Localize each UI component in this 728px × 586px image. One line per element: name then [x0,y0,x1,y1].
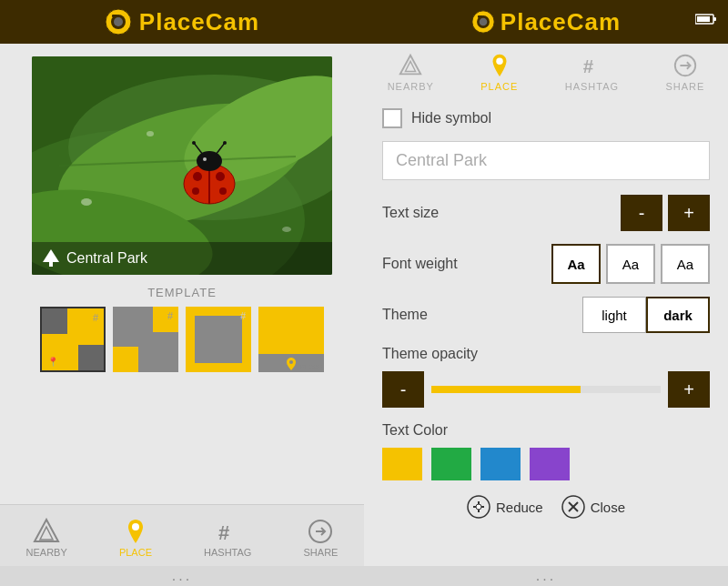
reduce-icon [467,495,490,519]
photo-label: Central Park [32,242,332,275]
nav-place-left[interactable]: PLACE [119,518,152,558]
opacity-plus-button[interactable]: + [668,371,710,408]
template-label: TEMPLATE [147,286,217,299]
template-item-3[interactable]: # [186,307,251,372]
nav-share-left[interactable]: SHARE [304,518,339,558]
svg-point-25 [282,227,291,232]
hide-symbol-row: Hide symbol [382,108,710,128]
action-row: Reduce Close [382,491,710,526]
dots-right: ... [364,566,728,586]
tab-place[interactable]: PLACE [480,53,518,92]
svg-point-37 [480,18,488,26]
svg-point-16 [216,172,225,181]
right-header-wrap: PlaceCam [364,0,728,44]
tab-share-label: SHARE [665,81,704,92]
svg-point-17 [192,187,199,195]
nearby-icon-left [33,518,60,545]
template-pin-icon-4 [287,358,296,370]
tab-nearby-label: NEARBY [388,81,434,92]
svg-rect-28 [49,262,53,267]
theme-light-button[interactable]: light [582,297,646,333]
photo-container: Central Park [32,56,332,275]
nav-nearby-left[interactable]: NEARBY [26,518,67,558]
color-swatch-purple[interactable] [530,448,570,480]
tree-icon [43,249,59,268]
tab-nearby[interactable]: NEARBY [388,53,434,92]
font-weight-row: Font weight Aa Aa Aa [382,244,710,284]
svg-point-32 [132,523,139,530]
text-size-row: Text size - + [382,195,710,231]
svg-text:#: # [218,521,229,544]
opacity-row: - + [382,371,710,408]
app-title-left: PlaceCam [139,8,259,36]
dots-left: ... [0,566,364,586]
place-icon-right [487,53,512,78]
left-header: PlaceCam [0,0,364,44]
nav-share-label-left: SHARE [304,547,339,558]
hide-symbol-checkbox[interactable] [382,108,402,128]
right-panel: PlaceCam NEARBY PLACE [364,0,728,586]
text-size-minus-button[interactable]: - [621,195,662,231]
color-swatch-yellow[interactable] [382,448,422,480]
svg-point-29 [289,360,293,364]
font-weight-label: Font weight [382,256,458,272]
template-hash-1: # [93,312,98,323]
color-swatch-green[interactable] [431,448,471,480]
share-icon-right [672,53,698,78]
svg-point-50 [476,504,481,510]
opacity-slider[interactable] [431,386,661,393]
hashtag-icon-right: # [579,53,604,78]
hide-symbol-label: Hide symbol [411,110,491,126]
left-panel: PlaceCam [0,0,364,586]
nearby-icon-right [398,53,423,78]
tab-hashtag-label: HASHTAG [565,81,619,92]
nav-place-label-left: PLACE [119,547,152,558]
template-row: # 📍 # › # PLACE [40,307,324,372]
share-icon-left [307,518,334,545]
svg-point-44 [496,58,502,65]
reduce-button[interactable]: Reduce [467,495,543,519]
color-row [382,448,710,480]
svg-rect-40 [713,17,716,21]
theme-controls: light dark [582,297,710,333]
template-item-2[interactable]: # › [113,307,178,372]
tab-hashtag[interactable]: # HASHTAG [565,53,619,92]
camera-icon-right [471,10,495,34]
font-weight-medium-button[interactable]: Aa [606,244,655,284]
svg-point-26 [147,131,154,136]
nav-hashtag-left[interactable]: # HASHTAG [204,518,251,558]
text-size-plus-button[interactable]: + [668,195,710,231]
template-pin-1: 📍 [47,357,58,367]
hashtag-icon-left: # [214,518,241,545]
svg-point-23 [223,141,227,145]
font-weight-light-button[interactable]: Aa [661,244,710,284]
tab-share[interactable]: SHARE [665,53,704,92]
close-button[interactable]: Close [561,495,625,519]
right-header: PlaceCam [364,0,728,44]
top-tabs: NEARBY PLACE # HASHTAG SHARE [364,44,728,97]
opacity-label: Theme opacity [382,346,710,362]
photo-scene: Central Park [32,56,332,275]
nav-hashtag-label-left: HASHTAG [204,547,251,558]
close-icon [561,495,585,519]
template-item-1[interactable]: # 📍 [40,307,106,372]
place-name-input[interactable] [382,141,710,180]
template-item-4[interactable]: PLACE [258,307,324,372]
template-place-text-4: PLACE [300,364,322,370]
theme-dark-button[interactable]: dark [646,297,710,333]
svg-point-18 [219,187,227,195]
theme-row: Theme light dark [382,297,710,333]
template-pin-2: › [118,359,121,369]
color-swatch-blue[interactable] [480,448,521,480]
nav-nearby-label-left: NEARBY [26,547,67,558]
theme-label: Theme [382,307,428,323]
svg-rect-3 [112,15,117,17]
svg-rect-41 [697,16,710,22]
svg-point-15 [193,172,202,181]
font-weight-controls: Aa Aa Aa [551,244,710,284]
opacity-minus-button[interactable]: - [382,371,424,408]
font-weight-bold-button[interactable]: Aa [551,244,601,284]
svg-point-22 [192,141,196,145]
svg-point-2 [114,17,123,26]
template-hash-3: # [240,310,246,321]
